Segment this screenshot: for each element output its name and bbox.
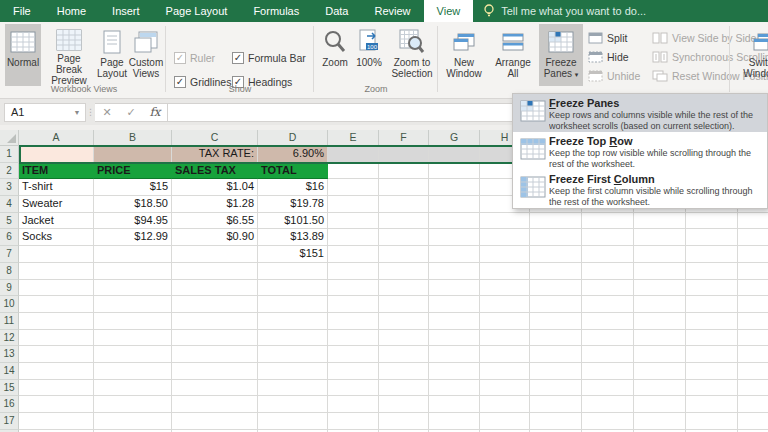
cell-J17[interactable]	[582, 413, 634, 430]
cell-A9[interactable]	[19, 280, 94, 297]
cell-D16[interactable]	[258, 396, 328, 413]
cell-L8[interactable]	[686, 263, 738, 280]
cell-B2[interactable]: PRICE	[94, 163, 172, 180]
cell-I9[interactable]	[530, 280, 582, 297]
cell-E8[interactable]	[328, 263, 379, 280]
cell-D8[interactable]	[258, 263, 328, 280]
row-header-14[interactable]: 14	[0, 363, 19, 380]
cell-G12[interactable]	[429, 330, 480, 347]
arrange-all-button[interactable]: ArrangeAll	[489, 24, 537, 86]
cell-D11[interactable]	[258, 313, 328, 330]
cell-A14[interactable]	[19, 363, 94, 380]
cell-L10[interactable]	[686, 296, 738, 313]
cell-C10[interactable]	[172, 296, 258, 313]
cell-D9[interactable]	[258, 280, 328, 297]
cell-H10[interactable]	[480, 296, 530, 313]
cell-D3[interactable]: $16	[258, 179, 328, 196]
page-layout-button[interactable]: PageLayout	[97, 24, 127, 86]
cell-C8[interactable]	[172, 263, 258, 280]
cell-B3[interactable]: $15	[94, 179, 172, 196]
cell-G4[interactable]	[429, 196, 480, 213]
cell-B12[interactable]	[94, 330, 172, 347]
cell-C16[interactable]	[172, 396, 258, 413]
freeze-panes-button[interactable]: FreezePanes ▾	[539, 24, 583, 86]
cell-A6[interactable]: Socks	[19, 229, 94, 246]
cell-E2[interactable]	[328, 163, 379, 180]
row-header-9[interactable]: 9	[0, 280, 19, 297]
select-all-corner[interactable]	[0, 130, 19, 146]
cell-J11[interactable]	[582, 313, 634, 330]
cell-H9[interactable]	[480, 280, 530, 297]
cell-L17[interactable]	[686, 413, 738, 430]
checkbox-formula-bar[interactable]: ✓Formula Bar	[232, 52, 306, 64]
cell-B15[interactable]	[94, 380, 172, 397]
cell-B1[interactable]	[94, 146, 172, 163]
cell-E11[interactable]	[328, 313, 379, 330]
cell-F9[interactable]	[379, 280, 429, 297]
row-header-3[interactable]: 3	[0, 179, 19, 196]
cell-K13[interactable]	[634, 346, 686, 363]
cell-D17[interactable]	[258, 413, 328, 430]
enter-icon[interactable]: ✓	[119, 106, 143, 119]
tab-formulas[interactable]: Formulas	[240, 0, 312, 22]
cell-M16[interactable]	[738, 396, 768, 413]
100%-button[interactable]: 100100%	[352, 24, 386, 86]
row-header-5[interactable]: 5	[0, 213, 19, 230]
cell-K5[interactable]	[634, 213, 686, 230]
cell-C5[interactable]: $6.55	[172, 213, 258, 230]
cell-K9[interactable]	[634, 280, 686, 297]
cell-A7[interactable]	[19, 246, 94, 263]
cell-G6[interactable]	[429, 229, 480, 246]
cell-M17[interactable]	[738, 413, 768, 430]
row-header-11[interactable]: 11	[0, 313, 19, 330]
column-header-D[interactable]: D	[258, 130, 328, 146]
cell-A10[interactable]	[19, 296, 94, 313]
menu-item-freeze-panes[interactable]: Freeze PanesKeep rows and columns visibl…	[513, 94, 767, 132]
tab-page-layout[interactable]: Page Layout	[153, 0, 241, 22]
cell-G10[interactable]	[429, 296, 480, 313]
row-header-7[interactable]: 7	[0, 246, 19, 263]
cell-D15[interactable]	[258, 380, 328, 397]
cell-C1[interactable]: TAX RATE:	[172, 146, 258, 163]
hide-button[interactable]: Hide	[588, 48, 629, 65]
cell-I16[interactable]	[530, 396, 582, 413]
cell-D10[interactable]	[258, 296, 328, 313]
cell-B16[interactable]	[94, 396, 172, 413]
cell-D4[interactable]: $19.78	[258, 196, 328, 213]
cell-D2[interactable]: TOTAL	[258, 163, 328, 180]
cell-E7[interactable]	[328, 246, 379, 263]
cell-L14[interactable]	[686, 363, 738, 380]
page-break-preview-button[interactable]: Page BreakPreview	[44, 24, 94, 86]
cell-F7[interactable]	[379, 246, 429, 263]
cell-F17[interactable]	[379, 413, 429, 430]
cell-D14[interactable]	[258, 363, 328, 380]
cell-A11[interactable]	[19, 313, 94, 330]
cell-J7[interactable]	[582, 246, 634, 263]
cell-I6[interactable]	[530, 229, 582, 246]
cell-E5[interactable]	[328, 213, 379, 230]
column-header-E[interactable]: E	[328, 130, 379, 146]
cell-H8[interactable]	[480, 263, 530, 280]
unhide-button[interactable]: Unhide	[588, 67, 640, 84]
cell-F14[interactable]	[379, 363, 429, 380]
cell-A5[interactable]: Jacket	[19, 213, 94, 230]
cell-J12[interactable]	[582, 330, 634, 347]
cell-L7[interactable]	[686, 246, 738, 263]
cell-A17[interactable]	[19, 413, 94, 430]
cell-J15[interactable]	[582, 380, 634, 397]
cell-C9[interactable]	[172, 280, 258, 297]
cell-G3[interactable]	[429, 179, 480, 196]
cell-G14[interactable]	[429, 363, 480, 380]
cell-L5[interactable]	[686, 213, 738, 230]
cell-E15[interactable]	[328, 380, 379, 397]
cell-E1[interactable]	[328, 146, 379, 163]
cell-G13[interactable]	[429, 346, 480, 363]
cell-B13[interactable]	[94, 346, 172, 363]
cell-E4[interactable]	[328, 196, 379, 213]
cell-A3[interactable]: T-shirt	[19, 179, 94, 196]
cell-B11[interactable]	[94, 313, 172, 330]
cell-I13[interactable]	[530, 346, 582, 363]
cell-B5[interactable]: $94.95	[94, 213, 172, 230]
new-window-button[interactable]: NewWindow	[441, 24, 487, 86]
cell-K17[interactable]	[634, 413, 686, 430]
